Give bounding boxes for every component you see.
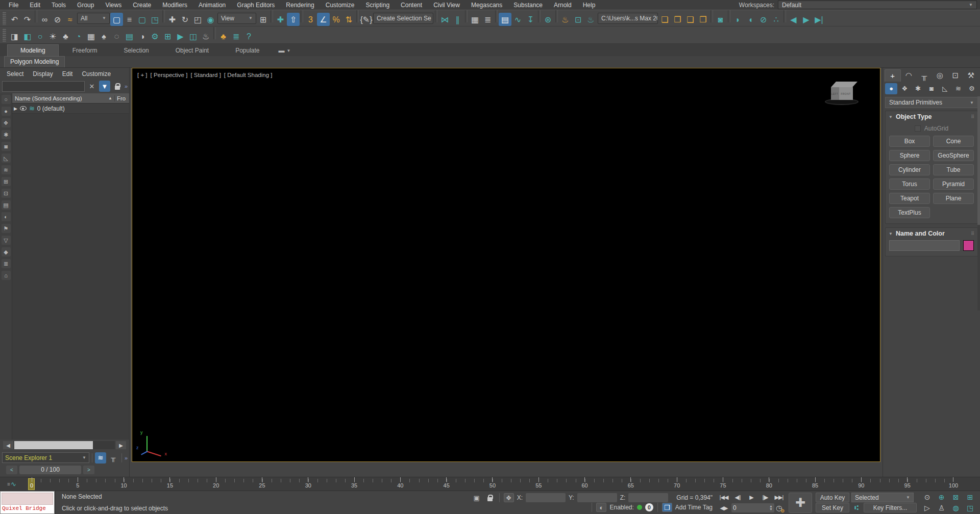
tab-modeling[interactable]: Modeling <box>7 44 59 56</box>
render-production-icon[interactable]: ♨ <box>584 13 597 26</box>
viewport-menu-general[interactable]: [ + ] <box>137 72 148 78</box>
scene-script-hierarchy-icon[interactable]: ❒ <box>697 13 709 26</box>
spinner-arrows-icon[interactable]: ▲▼ <box>769 505 773 510</box>
dope-sheet-icon[interactable]: ↧ <box>524 13 537 26</box>
select-scale-icon[interactable]: ◰ <box>191 13 204 26</box>
activeshade-play-icon[interactable]: ▶ <box>800 13 813 26</box>
viewcube-top-face[interactable] <box>831 82 857 87</box>
se-menu-customize[interactable]: Customize <box>77 69 115 79</box>
spinner-snap-icon[interactable]: ⇅ <box>342 13 355 26</box>
curve-editor-icon[interactable]: ∿ <box>511 13 524 26</box>
substance-shirt-icon[interactable]: ◖ <box>744 13 757 27</box>
cameras-category-icon[interactable]: ◙ <box>925 83 938 94</box>
camera-icon[interactable]: ◨ <box>8 30 21 43</box>
overflow-chevrons-icon[interactable]: » <box>125 83 127 89</box>
geosphere-button[interactable]: GeoSphere <box>933 150 974 161</box>
menu-megascans[interactable]: Megascans <box>465 1 508 10</box>
add-time-tag-label[interactable]: Add Time Tag <box>675 504 713 511</box>
keyboard-override-icon[interactable]: ⇧ <box>287 13 300 26</box>
particles-icon[interactable]: ∴ <box>770 13 782 26</box>
object-name-input[interactable] <box>889 240 960 251</box>
modify-tab-icon[interactable]: ◠ <box>901 69 917 82</box>
ribbon-config-button[interactable]: ▬▼ <box>274 45 296 56</box>
toolbar-drag-handle[interactable] <box>3 12 6 25</box>
ribbon-toggle-icon[interactable]: ▤ <box>499 13 511 26</box>
snap-toggle-3d-icon[interactable]: 3 <box>304 13 317 27</box>
window-tool-icon[interactable]: ⊞ <box>161 30 174 43</box>
box-button[interactable]: Box <box>889 136 930 147</box>
capsule-tool-icon[interactable]: ⊘ <box>757 13 770 26</box>
se-filter-selection-icon[interactable]: ⚑ <box>2 224 11 233</box>
scene-script-gear-icon[interactable]: ❏ <box>658 13 671 26</box>
substance-sphere-icon[interactable]: ◗ <box>731 13 744 27</box>
geometry-category-icon[interactable]: ● <box>885 83 897 94</box>
mirror-icon[interactable]: ⋈ <box>438 13 451 26</box>
panel-scrollbar[interactable] <box>977 96 980 311</box>
scrollbar-thumb[interactable] <box>14 441 93 449</box>
scrollbar-track[interactable] <box>14 441 115 449</box>
name-column-header[interactable]: Name (Sorted Ascending) <box>15 95 106 101</box>
select-object-icon[interactable]: ▢ <box>110 13 123 26</box>
current-frame-spinner[interactable]: 0 ▲▼ <box>731 503 774 512</box>
camera-add-icon[interactable]: ◧ <box>21 30 34 43</box>
drag-grip-icon[interactable]: ⠿ <box>971 231 974 236</box>
palette-icon[interactable]: ◑ <box>136 30 149 43</box>
auto-key-button[interactable]: Auto Key <box>816 493 849 502</box>
scene-security-shield-icon[interactable]: ◐ <box>596 503 606 512</box>
menu-scripting[interactable]: Scripting <box>360 1 395 10</box>
pyramid-button[interactable]: Pyramid <box>933 178 974 190</box>
menu-file[interactable]: File <box>3 1 24 10</box>
spacewarps-category-icon[interactable]: ≋ <box>952 83 964 94</box>
menu-modifiers[interactable]: Modifiers <box>157 1 193 10</box>
key-set-dropdown[interactable]: Selected ▼ <box>851 493 914 502</box>
viewport-menu-pov[interactable]: [ Perspective ] <box>151 72 188 78</box>
se-filter-all-icon[interactable]: ○ <box>2 95 11 104</box>
select-place-icon[interactable]: ◉ <box>204 13 217 26</box>
document-list-icon[interactable]: ≣ <box>230 30 242 43</box>
autogrid-checkbox[interactable] <box>915 125 921 132</box>
percent-snap-icon[interactable]: % <box>330 13 342 27</box>
se-filter-bones-icon[interactable]: ▤ <box>2 200 11 210</box>
explorer-name-dropdown[interactable]: Scene Explorer 1 ▼ <box>2 452 89 463</box>
selection-lock-icon[interactable] <box>485 493 495 502</box>
time-configuration-icon[interactable]: ◷⚙ <box>776 504 782 512</box>
video-window-icon[interactable]: ▶ <box>174 30 187 43</box>
forest-pack-icon[interactable]: ♣ <box>217 30 230 43</box>
set-keys-button[interactable]: ✚ <box>789 493 812 513</box>
rect-selection-region-icon[interactable]: ▢ <box>136 13 149 26</box>
scrollbar-thumb[interactable] <box>977 96 980 225</box>
help-icon[interactable]: ? <box>242 30 255 43</box>
zoom-extents-icon[interactable]: ⊠ <box>949 492 963 502</box>
play-button[interactable]: ▶ <box>745 493 757 502</box>
transform-gizmo-icon[interactable]: ❖ <box>504 493 514 502</box>
helpers-category-icon[interactable]: ◺ <box>939 83 951 94</box>
menu-views[interactable]: Views <box>100 1 127 10</box>
expand-caret-icon[interactable]: ▶ <box>14 106 17 111</box>
drag-grip-icon[interactable]: ⠿ <box>971 114 974 119</box>
hierarchy-tab-icon[interactable]: ╥ <box>917 69 932 82</box>
zoom-all-icon[interactable]: ⊕ <box>935 492 948 502</box>
plane-button[interactable]: Plane <box>933 193 974 204</box>
se-filter-helpers-icon[interactable]: ◺ <box>2 153 11 163</box>
object-color-swatch[interactable] <box>963 240 974 251</box>
frame-counter-field[interactable]: 0 / 100 <box>19 466 81 474</box>
tree-icon[interactable]: ♣ <box>59 30 72 43</box>
se-filter-lights-icon[interactable]: ✱ <box>2 130 11 139</box>
material-editor-icon[interactable]: ⊛ <box>542 13 554 26</box>
go-to-end-button[interactable]: ▶▶| <box>773 493 785 502</box>
hierarchy-view-toggle-icon[interactable]: ╥ <box>108 452 119 464</box>
perspective-viewport[interactable]: [ + ][ Perspective ][ Standard ][ Defaul… <box>132 68 880 462</box>
isolate-selection-icon[interactable]: ▣ <box>472 493 482 502</box>
se-menu-select[interactable]: Select <box>2 69 28 79</box>
filter-icon[interactable]: ▼ <box>99 81 110 92</box>
menu-civil-view[interactable]: Civil View <box>428 1 465 10</box>
menu-animation[interactable]: Animation <box>193 1 231 10</box>
image-stack-icon[interactable]: ▤ <box>123 30 136 43</box>
x-coord-field[interactable] <box>526 493 566 502</box>
se-menu-edit[interactable]: Edit <box>58 69 78 79</box>
named-selection-set-dropdown[interactable]: Create Selection Se▼ <box>373 13 433 24</box>
bind-spacewarp-icon[interactable]: ≈ <box>64 13 77 27</box>
light-icon[interactable]: ○ <box>34 30 46 43</box>
object-type-rollout-header[interactable]: ▼ Object Type ⠿ <box>886 111 977 122</box>
fov-icon[interactable]: ▷ <box>920 503 934 513</box>
